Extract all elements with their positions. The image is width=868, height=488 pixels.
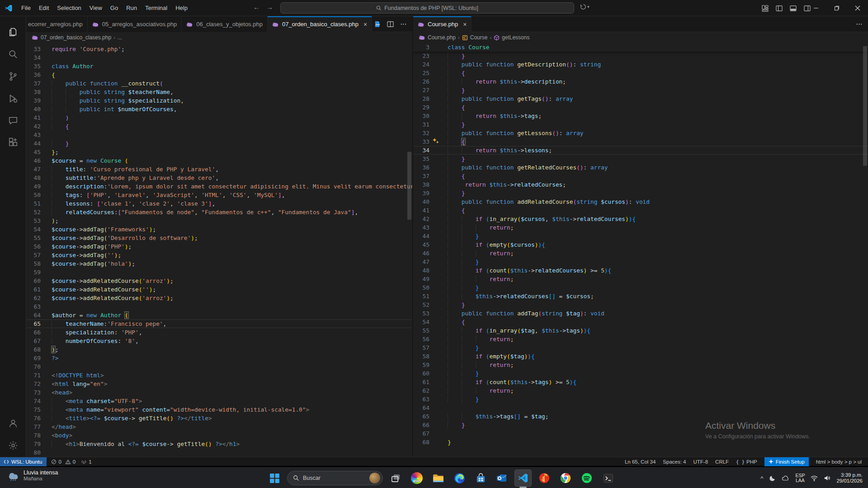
menu-terminal[interactable]: Terminal <box>141 5 171 11</box>
tab-06-clases-y-objetos-php[interactable]: 06_clases_y_objetos.php <box>182 16 268 32</box>
code-line-45[interactable]: 45}; <box>26 148 412 156</box>
code-line-69[interactable]: 69?> <box>26 354 412 362</box>
code-line-57[interactable]: 57 } <box>413 343 868 352</box>
code-line-61[interactable]: 61 if (count($this->tags) >= 5){ <box>413 378 868 386</box>
code-line-39[interactable]: 39 public string $specialization, <box>26 96 412 105</box>
code-line-45[interactable]: 45 if (empty($cursos)){ <box>413 240 868 249</box>
code-line-46[interactable]: 46$course = new Course ( <box>26 156 412 165</box>
breadcrumb-item[interactable]: 07_orden_basico_clases.php <box>41 34 111 41</box>
weather-widget[interactable]: Lluvia intensa Mañana <box>6 469 58 481</box>
ports-indicator[interactable]: 1 <box>81 459 91 465</box>
indentation[interactable]: Spaces: 4 <box>663 459 686 465</box>
code-line-55[interactable]: 55 if (in_array($tag, $this->tags)){ <box>413 326 868 335</box>
code-line-59[interactable]: 59 return; <box>413 361 868 369</box>
code-line-29[interactable]: 29 { <box>413 103 868 112</box>
code-line-55[interactable]: 55$course->addTag('Desarrollo de softwar… <box>26 234 412 242</box>
more-actions-icon[interactable] <box>856 21 863 28</box>
menu-selection[interactable]: Selection <box>53 5 85 11</box>
menu-go[interactable]: Go <box>106 5 122 11</box>
command-center-search[interactable]: Fundamentos de PHP [WSL: Ubuntu] <box>280 2 574 14</box>
code-line-43[interactable]: 43 <box>26 131 412 139</box>
code-line-67[interactable]: 67 numberOfCourses: '8', <box>26 337 412 345</box>
code-line-64[interactable]: 64 <box>413 404 868 412</box>
sync-icon[interactable]: ▾ <box>580 4 590 10</box>
code-line-65[interactable]: 65 teacherName:'Francisco pepe', <box>26 319 412 328</box>
search-highlight-image[interactable] <box>369 473 380 483</box>
menu-file[interactable]: File <box>17 5 35 11</box>
extensions-icon[interactable] <box>0 132 26 153</box>
problems-indicator[interactable]: 0 0 <box>51 459 75 465</box>
menu-view[interactable]: View <box>85 5 106 11</box>
settings-gear-icon[interactable] <box>0 435 26 456</box>
language-indicator[interactable]: ESP LAA <box>795 473 805 483</box>
code-line-60[interactable]: 60 } <box>413 369 868 378</box>
menu-help[interactable]: Help <box>171 5 192 11</box>
code-line-38[interactable]: 38 public string $teacherName, <box>26 88 412 96</box>
breadcrumb-item[interactable]: Course <box>470 34 488 41</box>
restore-button[interactable] <box>826 0 847 16</box>
code-line-54[interactable]: 54$course->addTag('Frameworks'); <box>26 225 412 234</box>
store-icon[interactable] <box>472 469 489 487</box>
breadcrumb-item[interactable]: getLessons <box>502 34 529 41</box>
code-line-53[interactable]: 53); <box>26 216 412 225</box>
code-line-50[interactable]: 50 tags: ['PHP', 'Laravel', 'JavaScript'… <box>26 191 412 199</box>
code-line-47[interactable]: 47 title: 'Curso profesional de PHP y La… <box>26 165 412 174</box>
explorer-icon[interactable] <box>0 22 26 42</box>
code-line-35[interactable]: 35class Author <box>26 62 412 70</box>
vscode-icon[interactable] <box>514 469 532 487</box>
customize-layout-icon[interactable] <box>762 5 769 12</box>
nav-forward-icon[interactable]: → <box>266 3 273 11</box>
account-icon[interactable] <box>0 413 26 434</box>
code-line-79[interactable]: 79 <h1>Bienvenido al <?= $course-> getTi… <box>26 440 412 448</box>
wifi-icon[interactable] <box>811 475 818 481</box>
code-line-54[interactable]: 54 { <box>413 318 868 326</box>
chat-icon[interactable] <box>0 110 26 131</box>
code-line-71[interactable]: 71<!DOCTYPE html> <box>26 371 412 380</box>
code-line-66[interactable]: 66 specialization: 'PHP', <box>26 328 412 337</box>
taskbar-search[interactable]: Buscar <box>287 471 383 485</box>
code-line-78[interactable]: 78<body> <box>26 431 412 440</box>
code-line-56[interactable]: 56$course->addTag('PHP'); <box>26 242 412 251</box>
eol-sequence[interactable]: CRLF <box>715 459 729 465</box>
code-line-50[interactable]: 50 } <box>413 283 868 292</box>
scrollbar-left[interactable] <box>407 152 411 220</box>
m365-copilot-icon[interactable]: M365 <box>408 469 425 487</box>
code-line-30[interactable]: 30 return $this->tags; <box>413 112 868 120</box>
code-line-77[interactable]: 77</head> <box>26 422 412 431</box>
chrome-icon[interactable] <box>557 469 574 487</box>
hidden-icons-chevron[interactable]: ^ <box>760 475 763 482</box>
code-line-76[interactable]: 76 <title><?= $course-> getTitle() ?></t… <box>26 414 412 422</box>
terminal-icon[interactable] <box>599 469 617 487</box>
finish-setup-button[interactable]: Finish Setup <box>764 457 809 466</box>
code-line-51[interactable]: 51 lessons: ['clase 1', 'clase 2', 'clas… <box>26 199 412 208</box>
code-line-51[interactable]: 51 $this->relatedCourses[] = $cursos; <box>413 292 868 300</box>
breadcrumb-right[interactable]: Course.php›Course›getLessons <box>413 32 868 43</box>
firefox-icon[interactable] <box>536 469 553 487</box>
minimize-button[interactable] <box>806 0 826 16</box>
code-line-53[interactable]: 53 public function addTag(string $tag): … <box>413 309 868 318</box>
code-line-60[interactable]: 60$course->addRelatedCourse('arroz'); <box>26 277 412 285</box>
code-line-62[interactable]: 62 return; <box>413 386 868 395</box>
clock[interactable]: 3:39 p.m. 29/01/2026 <box>836 472 863 484</box>
task-view-icon[interactable] <box>387 469 404 487</box>
tab-05-arreglos-asociativos-php[interactable]: 05_arreglos_asociativos.php <box>88 16 182 32</box>
language-mode[interactable]: { } PHP <box>736 459 757 465</box>
onedrive-icon[interactable] <box>782 475 789 481</box>
code-line-33[interactable]: 33 { <box>413 137 868 146</box>
close-button[interactable] <box>847 0 868 16</box>
nav-back-icon[interactable]: ← <box>253 3 260 11</box>
menu-run[interactable]: Run <box>122 5 141 11</box>
code-line-68[interactable]: 68); <box>26 345 412 354</box>
menu-edit[interactable]: Edit <box>35 5 53 11</box>
tab-ecorrer-arreglos-php[interactable]: ecorrer_arreglos.php <box>26 16 88 32</box>
php-serve-icon[interactable]: PHP <box>374 21 381 28</box>
code-line-24[interactable]: 24 public function getDescription(): str… <box>413 60 868 69</box>
code-line-72[interactable]: 72<html lang="en"> <box>26 380 412 388</box>
code-line-49[interactable]: 49 return; <box>413 275 868 283</box>
code-line-42[interactable]: 42 { <box>26 122 412 131</box>
code-line-74[interactable]: 74 <meta charset="UTF-8"> <box>26 397 412 405</box>
code-line-38[interactable]: 38 return $this->relatedCourses; <box>413 180 868 189</box>
code-line-34[interactable]: 34 return $this->lessons; <box>413 146 868 155</box>
code-line-63[interactable]: 63 } <box>413 395 868 404</box>
code-line-56[interactable]: 56 return; <box>413 335 868 343</box>
